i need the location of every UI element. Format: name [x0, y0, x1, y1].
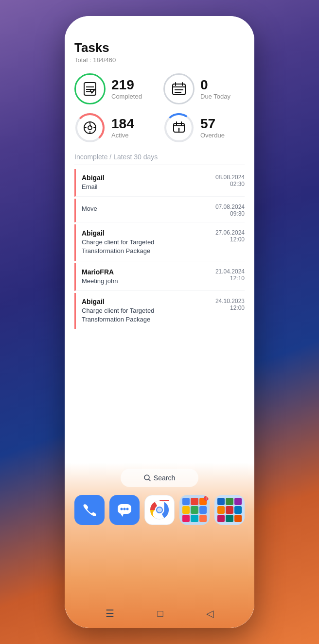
task-date: 08.08.2024 [215, 174, 245, 181]
task-time: 12:10 [215, 275, 245, 282]
svg-point-13 [88, 126, 92, 130]
completed-number: 219 [111, 78, 142, 92]
stat-overdue: 57 Overdue [163, 112, 245, 143]
due-today-info: 0 Due Today [200, 78, 230, 100]
due-today-icon-wrap [163, 73, 195, 104]
phone-app-icon[interactable] [74, 495, 105, 525]
app-title: Tasks [74, 40, 245, 55]
task-time: 12:00 [215, 236, 245, 243]
due-today-number: 0 [200, 78, 230, 92]
app-header: Tasks Total : 184/460 [74, 40, 245, 64]
notch [128, 16, 191, 30]
folder-mini-icon: ! [199, 498, 207, 505]
folder1-icon[interactable]: ! [179, 495, 210, 525]
task-name: Meeting john [82, 277, 118, 286]
svg-line-18 [90, 124, 91, 127]
folder2-wrap [214, 495, 245, 525]
chrome-icon [149, 500, 170, 520]
menu-nav-icon[interactable]: ☰ [106, 608, 114, 619]
task-item[interactable]: Abigail Email 08.08.2024 02:30 [74, 169, 245, 197]
messages-app-wrap [109, 495, 140, 525]
app-area: Tasks Total : 184/460 [65, 16, 254, 463]
folder-mini-icon [182, 506, 190, 513]
completed-icon-wrap [74, 73, 106, 104]
overdue-number: 57 [200, 117, 225, 131]
folder-mini-icon [191, 506, 198, 513]
task-right: 07.08.2024 09:30 [215, 203, 245, 217]
dock-row: ! [72, 495, 247, 525]
active-icon-wrap [74, 112, 106, 143]
stats-grid: 219 Completed [74, 73, 245, 143]
search-bar[interactable]: Search [121, 469, 198, 487]
task-left: Move [82, 203, 97, 213]
app-subtitle: Total : 184/460 [74, 56, 245, 64]
nav-bar: ☰ □ ◁ [65, 604, 254, 623]
active-icon [83, 120, 97, 135]
svg-marker-30 [121, 514, 124, 517]
task-right: 24.10.2023 12:00 [215, 298, 245, 311]
folder1-wrap: ! [179, 495, 210, 525]
svg-point-37 [157, 508, 162, 512]
overdue-icon [172, 120, 186, 135]
overdue-info: 57 Overdue [200, 117, 225, 139]
stat-completed: 219 Completed [74, 73, 156, 104]
folder-mini-icon [182, 498, 190, 505]
active-info: 184 Active [111, 117, 134, 139]
folder-mini-icon [226, 515, 233, 522]
completed-info: 219 Completed [111, 78, 142, 100]
task-item[interactable]: Abigail Charge client for TargetedTransf… [74, 224, 245, 261]
task-left: MarioFRA Meeting john [82, 268, 118, 286]
task-name: Charge client for TargetedTransformation… [82, 238, 154, 255]
task-time: 02:30 [215, 181, 245, 187]
task-left: Abigail Charge client for TargetedTransf… [82, 229, 154, 255]
svg-point-32 [124, 508, 126, 510]
task-left: Abigail Email [82, 174, 105, 191]
task-owner: Abigail [82, 298, 154, 305]
task-item[interactable]: Abigail Charge client for TargetedTransf… [74, 293, 245, 329]
task-date: 27.06.2024 [215, 229, 245, 236]
overdue-icon-wrap [163, 112, 195, 143]
divider [74, 165, 245, 165]
section-label: Incomplete / Latest 30 days [74, 153, 245, 161]
folder-mini-icon [234, 515, 242, 522]
folder2-icon[interactable] [214, 495, 245, 525]
back-nav-icon[interactable]: ◁ [206, 608, 213, 619]
folder-mini-icon [226, 506, 233, 513]
completed-icon [82, 81, 98, 97]
folder-mini-icon [226, 498, 233, 505]
task-owner: MarioFRA [82, 268, 118, 276]
task-right: 27.06.2024 12:00 [215, 229, 245, 243]
svg-line-28 [149, 479, 150, 481]
phone-frame: Tasks Total : 184/460 [65, 16, 254, 628]
folder-mini-icon [234, 506, 242, 513]
task-date: 21.04.2024 [215, 268, 245, 275]
search-icon [144, 475, 151, 481]
svg-point-33 [126, 508, 129, 510]
due-today-label: Due Today [200, 93, 230, 100]
folder-mini-icon [191, 515, 198, 522]
active-number: 184 [111, 117, 134, 131]
active-label: Active [111, 132, 134, 139]
messages-app-icon[interactable] [109, 495, 140, 525]
phone-app-wrap [74, 495, 105, 525]
folder-mini-icon [199, 515, 207, 522]
task-owner: Abigail [82, 229, 154, 237]
task-item[interactable]: MarioFRA Meeting john 21.04.2024 12:10 [74, 263, 245, 291]
task-time: 12:00 [215, 305, 245, 311]
task-right: 08.08.2024 02:30 [215, 174, 245, 187]
svg-point-31 [121, 508, 123, 510]
task-item[interactable]: Move 07.08.2024 09:30 [74, 199, 245, 222]
completed-label: Completed [111, 93, 142, 100]
folder-mini-icon [217, 498, 225, 505]
home-nav-icon[interactable]: □ [157, 608, 163, 619]
task-right: 21.04.2024 12:10 [215, 268, 245, 282]
phone-icon [82, 502, 97, 518]
chrome-app-icon[interactable] [144, 495, 175, 525]
chrome-app-wrap [144, 495, 175, 525]
stat-due-today: 0 Due Today [163, 73, 245, 104]
task-time: 09:30 [215, 210, 245, 217]
task-name: Email [82, 183, 105, 191]
task-date: 24.10.2023 [215, 298, 245, 305]
screen: Tasks Total : 184/460 [65, 16, 254, 628]
task-left: Abigail Charge client for TargetedTransf… [82, 298, 154, 324]
